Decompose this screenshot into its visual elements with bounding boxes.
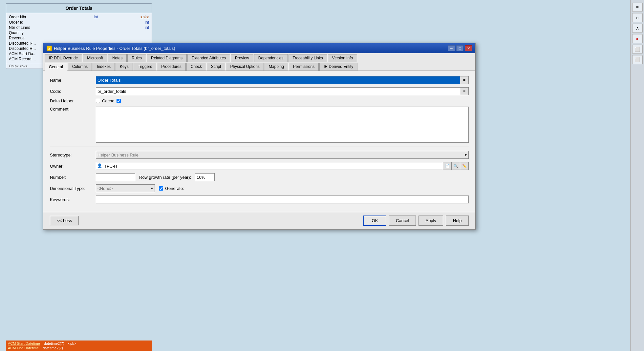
cancel-button[interactable]: Cancel [389, 216, 416, 226]
dialog-footer: << Less OK Cancel Apply Help [43, 212, 475, 229]
help-button[interactable]: Help [446, 216, 469, 226]
tab-preview[interactable]: Preview [231, 54, 253, 62]
generate-group: Generate: [159, 186, 469, 191]
dialog-title-label: Helper Business Rule Properties - Order … [54, 46, 175, 51]
name-input[interactable] [96, 76, 460, 84]
number-input[interactable] [96, 173, 135, 181]
row-growth-label: Row growth rate (per year): [139, 175, 191, 180]
stereotype-select[interactable]: Helper Business Rule [96, 151, 469, 159]
code-input[interactable] [96, 87, 460, 95]
footer-right: OK Cancel Apply Help [363, 216, 469, 226]
owner-row: Owner: 👤 TPC-H 📄 🔍 ✏️ [50, 162, 469, 170]
owner-field-group: 👤 TPC-H 📄 🔍 ✏️ [96, 162, 469, 170]
owner-select[interactable]: TPC-H [96, 162, 443, 170]
tab-microsoft[interactable]: Microsoft [83, 54, 107, 62]
owner-action-btn-1[interactable]: 📄 [443, 162, 452, 170]
minimize-button[interactable]: ─ [448, 45, 455, 51]
tab-permissions[interactable]: Permissions [289, 63, 319, 71]
tab-dependencies[interactable]: Dependencies [254, 54, 288, 62]
code-label: Code: [50, 89, 96, 94]
entity-row: Nbr of Lines int [9, 25, 149, 30]
tab-columns[interactable]: Columns [68, 63, 92, 71]
delta-helper-checkbox[interactable] [96, 99, 100, 103]
sidebar-icon-4[interactable]: ● [632, 34, 643, 43]
footer-left: << Less [50, 216, 79, 225]
tab-script[interactable]: Script [207, 63, 225, 71]
entity-row: Order Nbr int <pk> [9, 14, 149, 20]
row-growth-input[interactable] [195, 173, 215, 181]
name-label: Name: [50, 78, 96, 83]
tab-check[interactable]: Check [186, 63, 206, 71]
close-button[interactable]: ✕ [465, 45, 472, 51]
tab-row-1: IR DDL Override Microsoft Notes Rules Re… [43, 53, 475, 62]
less-button[interactable]: << Less [50, 216, 79, 225]
entity-row: Order Id int [9, 20, 149, 25]
entity-row: Quantity [9, 30, 149, 35]
tab-bar-container: IR DDL Override Microsoft Notes Rules Re… [43, 53, 475, 71]
owner-action-btn-3[interactable]: ✏️ [460, 162, 469, 170]
separator [50, 147, 469, 147]
tab-triggers[interactable]: Triggers [134, 63, 157, 71]
code-row: Code: = [50, 87, 469, 95]
tab-version-info[interactable]: Version Info [328, 54, 357, 62]
apply-button[interactable]: Apply [419, 216, 443, 226]
entity-row: Revenue [9, 35, 149, 41]
cache-checkbox[interactable] [117, 99, 121, 103]
keywords-label: Keywords: [50, 197, 96, 202]
code-eq-button[interactable]: = [460, 87, 469, 95]
tab-rules[interactable]: Rules [127, 54, 146, 62]
stereotype-row: Stereotype: Helper Business Rule ▼ [50, 151, 469, 159]
comment-textarea[interactable] [96, 107, 469, 143]
tab-general[interactable]: General [45, 63, 67, 71]
tab-physical-options[interactable]: Physical Options [226, 63, 264, 71]
owner-action-btn-2[interactable]: 🔍 [452, 162, 460, 170]
right-sidebar: ≡ ○ ∧ ● ⬜ ⬜ [630, 0, 644, 351]
name-row: Name: = [50, 76, 469, 84]
tab-procedures[interactable]: Procedures [157, 63, 185, 71]
dimensional-generate-group: <None> ▼ Generate: [96, 184, 469, 192]
generate-checkbox[interactable] [159, 186, 163, 191]
owner-select-wrapper: 👤 TPC-H [96, 162, 443, 170]
name-eq-button[interactable]: = [460, 76, 469, 84]
maximize-button[interactable]: □ [456, 45, 463, 51]
sidebar-icon-2[interactable]: ○ [632, 13, 643, 22]
tab-related-diagrams[interactable]: Related Diagrams [147, 54, 187, 62]
sidebar-icon-6[interactable]: ⬜ [632, 55, 643, 64]
sidebar-icon-3[interactable]: ∧ [632, 24, 643, 33]
tab-traceability-links[interactable]: Traceability Links [289, 54, 327, 62]
tab-ir-derived-entity[interactable]: IR Derived Entity [319, 63, 357, 71]
number-growth-group: Row growth rate (per year): [96, 173, 469, 181]
dimensional-select-wrapper: <None> ▼ [96, 184, 155, 192]
comment-label: Comment: [50, 107, 96, 112]
dialog-titlebar: ▲ Helper Business Rule Properties - Orde… [43, 43, 475, 53]
sidebar-icon-1[interactable]: ≡ [632, 3, 643, 12]
cache-label: Cache [102, 98, 115, 103]
dialog-title-icon: ▲ [47, 46, 52, 51]
tab-mapping[interactable]: Mapping [265, 63, 288, 71]
ok-button[interactable]: OK [363, 216, 386, 226]
owner-label: Owner: [50, 164, 96, 169]
tab-indexes[interactable]: Indexes [93, 63, 115, 71]
comment-row: Comment: [50, 107, 469, 143]
code-field-group: = [96, 87, 469, 95]
tab-keys[interactable]: Keys [116, 63, 133, 71]
dimensional-type-select[interactable]: <None> [96, 184, 155, 192]
tab-ir-ddl-override[interactable]: IR DDL Override [45, 54, 82, 62]
acm-row: ACM Start Datetime datetime2(7) <pk> [8, 341, 150, 346]
dialog-title: ▲ Helper Business Rule Properties - Orde… [47, 46, 175, 51]
acm-row: ACM End Datetime datetime2(7) [8, 346, 150, 350]
tab-extended-attributes[interactable]: Extended Attributes [187, 54, 230, 62]
number-row: Number: Row growth rate (per year): [50, 173, 469, 181]
keywords-row: Keywords: [50, 196, 469, 203]
dialog-body: Name: = Code: = Delta Helper Cache [43, 71, 475, 212]
entity-title: Order Totals [6, 4, 152, 13]
keywords-input[interactable] [96, 196, 469, 203]
tab-notes[interactable]: Notes [108, 54, 127, 62]
dimensional-type-label: Dimensional Type: [50, 186, 96, 191]
stereotype-label: Stereotype: [50, 153, 96, 157]
delta-cache-group: Cache [96, 98, 469, 103]
dimensional-row: Dimensional Type: <None> ▼ Generate: [50, 184, 469, 192]
bottom-acm-table: ACM Start Datetime datetime2(7) <pk> ACM… [6, 341, 152, 351]
sidebar-icon-5[interactable]: ⬜ [632, 45, 643, 54]
tab-row-2: General Columns Indexes Keys Triggers Pr… [43, 62, 475, 71]
